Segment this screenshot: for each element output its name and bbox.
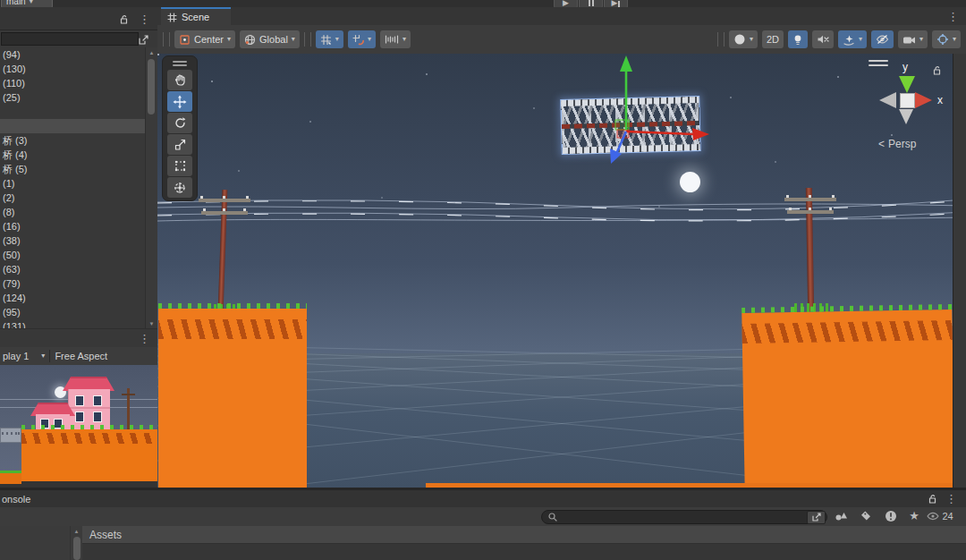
selected-bridge-truss[interactable] [561,97,700,154]
drag-handle[interactable] [717,32,724,47]
hierarchy-item[interactable]: (79) [0,276,145,291]
open-in-search-button[interactable] [136,32,151,47]
gizmo-lock-button[interactable] [928,63,944,77]
import-log-button[interactable] [880,508,902,523]
gizmo-x-cone[interactable] [915,92,932,108]
filter-by-label-button[interactable] [855,508,877,523]
divider [49,350,50,362]
shading-mode-dropdown[interactable]: ▾ [729,30,758,48]
terrain-cliff-left[interactable] [158,309,307,488]
scrollbar-thumb[interactable] [73,537,80,560]
scene-viewport[interactable]: y x < Persp [157,54,966,488]
hierarchy-item[interactable]: (50) [0,248,145,262]
axis-x-label: x [937,94,943,106]
tab-console[interactable]: onsole [2,494,30,505]
open-in-search-icon [811,512,822,522]
move-tool[interactable] [167,91,192,112]
game-menu-button[interactable]: ⋮ [137,331,152,345]
hierarchy-item[interactable]: (95) [0,305,145,319]
filter-by-type-button[interactable] [830,508,852,523]
aspect-dropdown[interactable]: Free Aspect [55,351,107,361]
project-search-field[interactable] [541,510,827,524]
scroll-up-icon[interactable]: ▲ [71,526,82,536]
hierarchy-item[interactable]: (130) [0,62,145,76]
rotate-icon [174,116,187,130]
scrollbar-thumb[interactable] [148,59,155,115]
hierarchy-item[interactable]: (63) [0,262,145,276]
gizmos-dropdown[interactable]: ▾ [932,30,961,48]
eye-slash-icon [876,34,889,45]
gizmo-left-cone[interactable] [879,92,896,108]
scroll-up-icon[interactable]: ▲ [146,47,157,57]
viewport-overlay-grip[interactable] [869,60,888,66]
pivot-mode-dropdown[interactable]: Center ▾ [174,30,235,48]
chevron-down-icon[interactable]: ▾ [41,352,45,360]
view-hand-tool[interactable] [167,70,192,90]
hierarchy-item[interactable]: (2) [0,191,145,205]
lighting-toggle[interactable] [788,30,808,48]
kebab-icon: ⋮ [139,333,150,344]
hierarchy-item[interactable]: (16) [0,219,145,233]
breadcrumb[interactable]: Assets [89,529,122,541]
hierarchy-item[interactable]: 桥 (4) [0,148,145,162]
camera-settings-dropdown[interactable]: ▾ [898,30,928,48]
project-folder-column[interactable] [0,526,70,560]
tab-scene[interactable]: Scene [161,7,231,25]
audio-toggle[interactable] [812,30,834,48]
gizmo-down-cone[interactable] [899,109,913,124]
crossarm [787,210,834,214]
snap-increment-dropdown[interactable]: ▾ [380,30,411,48]
scale-tool[interactable] [167,134,192,155]
rotate-tool[interactable] [167,113,192,133]
unlock-icon [927,493,937,504]
open-in-search-button[interactable] [807,511,826,524]
effects-toggle[interactable]: ▾ [838,30,867,48]
hierarchy-scrollbar[interactable]: ▲ ▼ [145,47,157,329]
hierarchy-item[interactable]: (110) [0,76,145,90]
hierarchy-item[interactable]: (25) [0,90,145,105]
favorites-button[interactable]: ★ [903,508,925,523]
display-dropdown[interactable]: play 1 [3,351,29,361]
scene-visibility-toggle[interactable] [871,30,894,48]
scroll-down-icon[interactable]: ▼ [146,318,157,328]
orientation-dropdown[interactable]: Global ▾ [240,30,300,48]
hierarchy-item-selected[interactable] [0,119,145,133]
hierarchy-item[interactable]: (38) [0,233,145,248]
project-search-input[interactable] [561,511,807,523]
grid-snapping-toggle[interactable]: ▾ [348,30,376,48]
hierarchy-item[interactable]: (124) [0,291,145,305]
lock-button[interactable] [924,491,939,505]
hierarchy-item[interactable]: 桥 (5) [0,162,145,176]
hierarchy-menu-button[interactable]: ⋮ [137,12,152,26]
drag-handle[interactable] [163,32,170,47]
axis-y-label: y [902,61,908,73]
unlock-icon [118,13,129,24]
lock-button[interactable] [115,12,131,26]
hierarchy-item[interactable]: (94) [0,47,145,62]
project-menu-button[interactable]: ⋮ [944,491,959,505]
overlay-grip[interactable] [165,58,195,69]
hierarchy-item[interactable]: (1) [0,176,145,191]
hierarchy-item[interactable] [0,105,145,119]
hidden-packages-toggle[interactable]: 24 [925,508,955,523]
hierarchy-item[interactable]: (8) [0,205,145,219]
game-terrain [21,429,154,481]
2d-label: 2D [767,34,779,45]
grid-visibility-toggle[interactable]: ▾ [316,30,343,48]
branch-label: main [6,0,26,6]
gizmo-center-cube[interactable] [900,93,915,108]
project-scrollbar[interactable]: ▲ [70,526,83,560]
rect-tool[interactable] [167,156,192,176]
projection-toggle[interactable]: < Persp [878,138,916,150]
chevron-down-icon: ▾ [30,0,33,5]
transform-tool[interactable] [167,177,192,198]
terrain-cliff-right[interactable] [741,310,954,488]
gizmo-y-cone[interactable] [899,76,915,93]
moon[interactable] [680,172,700,192]
2d-toggle[interactable]: 2D [762,30,784,48]
scene-menu-button[interactable]: ⋮ [945,9,961,23]
assets-breadcrumb-bar: Assets [82,526,966,544]
assets-content[interactable] [82,544,966,560]
hierarchy-item[interactable]: 桥 (3) [0,133,145,148]
hierarchy-search-input[interactable] [1,32,139,46]
